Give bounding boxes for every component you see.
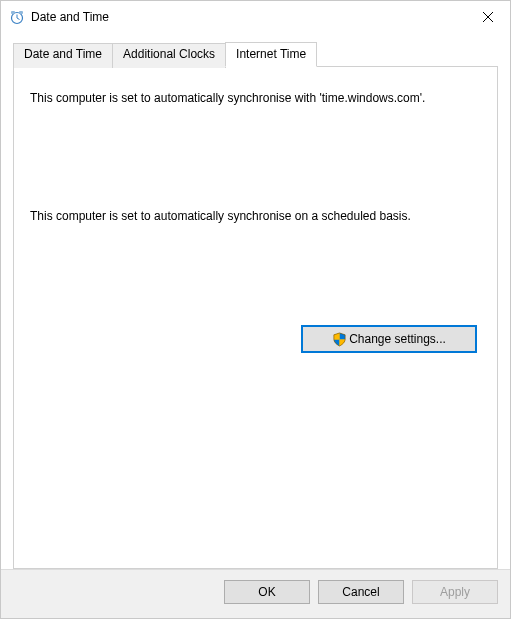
tab-date-and-time[interactable]: Date and Time bbox=[13, 43, 113, 68]
tab-additional-clocks[interactable]: Additional Clocks bbox=[112, 43, 226, 68]
sync-status-text: This computer is set to automatically sy… bbox=[30, 89, 481, 107]
apply-button: Apply bbox=[412, 580, 498, 604]
date-time-window: Date and Time Date and Time Additional C… bbox=[0, 0, 511, 619]
ok-button[interactable]: OK bbox=[224, 580, 310, 604]
schedule-status-text: This computer is set to automatically sy… bbox=[30, 207, 481, 225]
window-title: Date and Time bbox=[31, 10, 465, 24]
tab-internet-time[interactable]: Internet Time bbox=[225, 42, 317, 67]
change-settings-row: Change settings... bbox=[30, 325, 481, 353]
svg-rect-4 bbox=[19, 11, 23, 14]
tab-strip: Date and Time Additional Clocks Internet… bbox=[13, 41, 498, 66]
change-settings-label: Change settings... bbox=[349, 332, 446, 346]
uac-shield-icon bbox=[332, 332, 347, 347]
close-icon bbox=[483, 12, 493, 22]
titlebar: Date and Time bbox=[1, 1, 510, 33]
cancel-button[interactable]: Cancel bbox=[318, 580, 404, 604]
internet-time-panel: This computer is set to automatically sy… bbox=[13, 66, 498, 569]
close-button[interactable] bbox=[465, 2, 510, 32]
change-settings-button[interactable]: Change settings... bbox=[301, 325, 477, 353]
content-area: Date and Time Additional Clocks Internet… bbox=[1, 33, 510, 569]
svg-rect-3 bbox=[11, 11, 15, 14]
clock-icon bbox=[9, 9, 25, 25]
dialog-button-bar: OK Cancel Apply bbox=[1, 569, 510, 618]
